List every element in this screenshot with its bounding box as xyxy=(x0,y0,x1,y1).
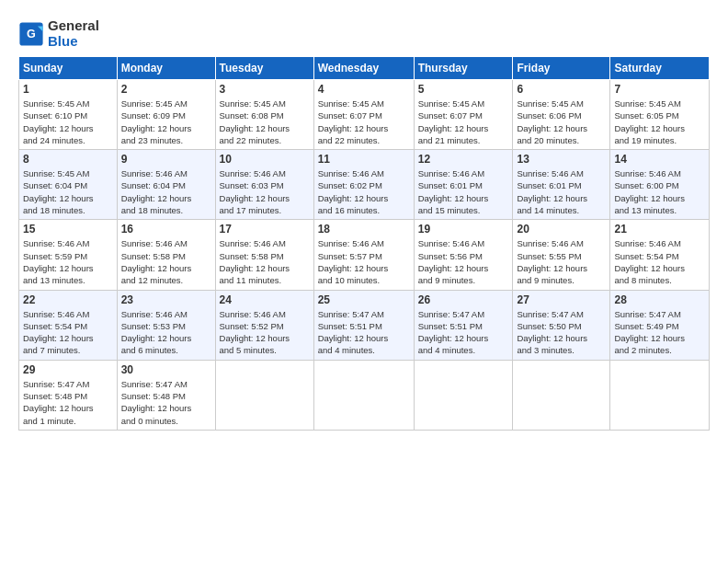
day-header-monday: Monday xyxy=(117,57,215,80)
day-content: Sunrise: 5:46 AM Sunset: 5:53 PM Dayligh… xyxy=(121,308,211,357)
day-number: 25 xyxy=(318,293,410,306)
day-header-thursday: Thursday xyxy=(414,57,513,80)
day-content: Sunrise: 5:46 AM Sunset: 5:55 PM Dayligh… xyxy=(517,237,606,286)
calendar-cell: 1Sunrise: 5:45 AM Sunset: 6:10 PM Daylig… xyxy=(19,80,118,150)
day-content: Sunrise: 5:45 AM Sunset: 6:05 PM Dayligh… xyxy=(614,98,705,146)
day-content: Sunrise: 5:45 AM Sunset: 6:06 PM Dayligh… xyxy=(517,98,606,146)
day-content: Sunrise: 5:46 AM Sunset: 5:54 PM Dayligh… xyxy=(23,308,113,357)
day-content: Sunrise: 5:46 AM Sunset: 5:58 PM Dayligh… xyxy=(121,237,211,286)
calendar-cell: 8Sunrise: 5:45 AM Sunset: 6:04 PM Daylig… xyxy=(19,150,118,220)
day-content: Sunrise: 5:46 AM Sunset: 5:58 PM Dayligh… xyxy=(220,237,310,286)
calendar-cell: 22Sunrise: 5:46 AM Sunset: 5:54 PM Dayli… xyxy=(19,290,118,360)
day-header-saturday: Saturday xyxy=(610,57,710,80)
calendar-cell: 27Sunrise: 5:47 AM Sunset: 5:50 PM Dayli… xyxy=(513,290,610,360)
calendar-cell: 19Sunrise: 5:46 AM Sunset: 5:56 PM Dayli… xyxy=(414,220,513,290)
day-number: 15 xyxy=(23,223,113,236)
header: G General Blue xyxy=(18,15,710,49)
day-number: 23 xyxy=(121,293,211,306)
day-content: Sunrise: 5:46 AM Sunset: 6:02 PM Dayligh… xyxy=(318,167,410,216)
day-content: Sunrise: 5:47 AM Sunset: 5:48 PM Dayligh… xyxy=(23,378,113,427)
calendar-cell: 26Sunrise: 5:47 AM Sunset: 5:51 PM Dayli… xyxy=(414,290,513,360)
day-content: Sunrise: 5:47 AM Sunset: 5:49 PM Dayligh… xyxy=(614,308,705,357)
day-content: Sunrise: 5:46 AM Sunset: 5:57 PM Dayligh… xyxy=(318,237,410,286)
calendar-cell: 17Sunrise: 5:46 AM Sunset: 5:58 PM Dayli… xyxy=(215,220,313,290)
day-number: 9 xyxy=(121,153,211,166)
calendar-cell xyxy=(313,360,414,430)
calendar-cell: 15Sunrise: 5:46 AM Sunset: 5:59 PM Dayli… xyxy=(19,220,118,290)
day-content: Sunrise: 5:47 AM Sunset: 5:51 PM Dayligh… xyxy=(318,308,410,357)
day-content: Sunrise: 5:47 AM Sunset: 5:50 PM Dayligh… xyxy=(517,308,606,357)
day-number: 24 xyxy=(220,293,310,306)
day-number: 28 xyxy=(614,293,705,306)
day-content: Sunrise: 5:46 AM Sunset: 6:00 PM Dayligh… xyxy=(614,167,705,216)
calendar-cell: 10Sunrise: 5:46 AM Sunset: 6:03 PM Dayli… xyxy=(215,150,313,220)
calendar-cell: 21Sunrise: 5:46 AM Sunset: 5:54 PM Dayli… xyxy=(610,220,710,290)
calendar-cell: 6Sunrise: 5:45 AM Sunset: 6:06 PM Daylig… xyxy=(513,80,610,150)
day-number: 6 xyxy=(517,83,606,96)
day-number: 2 xyxy=(121,83,211,96)
calendar-cell xyxy=(513,360,610,430)
day-number: 1 xyxy=(23,83,113,96)
day-content: Sunrise: 5:47 AM Sunset: 5:48 PM Dayligh… xyxy=(121,378,211,427)
calendar-cell xyxy=(610,360,710,430)
calendar-cell: 20Sunrise: 5:46 AM Sunset: 5:55 PM Dayli… xyxy=(513,220,610,290)
calendar-cell: 13Sunrise: 5:46 AM Sunset: 6:01 PM Dayli… xyxy=(513,150,610,220)
day-header-tuesday: Tuesday xyxy=(215,57,313,80)
calendar-cell: 4Sunrise: 5:45 AM Sunset: 6:07 PM Daylig… xyxy=(313,80,414,150)
day-content: Sunrise: 5:46 AM Sunset: 5:59 PM Dayligh… xyxy=(23,237,113,286)
day-number: 20 xyxy=(517,223,606,236)
calendar-cell: 3Sunrise: 5:45 AM Sunset: 6:08 PM Daylig… xyxy=(215,80,313,150)
day-number: 16 xyxy=(121,223,211,236)
day-content: Sunrise: 5:46 AM Sunset: 6:04 PM Dayligh… xyxy=(121,167,211,216)
logo-line2: Blue xyxy=(48,34,99,50)
day-content: Sunrise: 5:45 AM Sunset: 6:07 PM Dayligh… xyxy=(418,98,509,146)
calendar-cell: 7Sunrise: 5:45 AM Sunset: 6:05 PM Daylig… xyxy=(610,80,710,150)
logo-icon: G xyxy=(18,21,44,47)
day-number: 27 xyxy=(517,293,606,306)
day-number: 11 xyxy=(318,153,410,166)
calendar-cell: 30Sunrise: 5:47 AM Sunset: 5:48 PM Dayli… xyxy=(117,360,215,430)
day-number: 12 xyxy=(418,153,509,166)
day-content: Sunrise: 5:45 AM Sunset: 6:04 PM Dayligh… xyxy=(23,167,113,216)
day-content: Sunrise: 5:46 AM Sunset: 5:54 PM Dayligh… xyxy=(614,237,705,286)
day-number: 3 xyxy=(220,83,310,96)
day-number: 5 xyxy=(418,83,509,96)
calendar-cell: 16Sunrise: 5:46 AM Sunset: 5:58 PM Dayli… xyxy=(117,220,215,290)
day-content: Sunrise: 5:46 AM Sunset: 5:56 PM Dayligh… xyxy=(418,237,509,286)
day-content: Sunrise: 5:46 AM Sunset: 5:52 PM Dayligh… xyxy=(220,308,310,357)
day-number: 13 xyxy=(517,153,606,166)
day-number: 19 xyxy=(418,223,509,236)
day-content: Sunrise: 5:45 AM Sunset: 6:10 PM Dayligh… xyxy=(23,98,113,146)
day-header-wednesday: Wednesday xyxy=(313,57,414,80)
day-number: 14 xyxy=(614,153,705,166)
calendar-cell: 24Sunrise: 5:46 AM Sunset: 5:52 PM Dayli… xyxy=(215,290,313,360)
day-content: Sunrise: 5:45 AM Sunset: 6:08 PM Dayligh… xyxy=(220,98,310,146)
day-number: 30 xyxy=(121,363,211,376)
day-number: 4 xyxy=(318,83,410,96)
day-number: 26 xyxy=(418,293,509,306)
calendar-cell: 12Sunrise: 5:46 AM Sunset: 6:01 PM Dayli… xyxy=(414,150,513,220)
day-header-sunday: Sunday xyxy=(19,57,118,80)
calendar-cell: 29Sunrise: 5:47 AM Sunset: 5:48 PM Dayli… xyxy=(19,360,118,430)
calendar-cell xyxy=(215,360,313,430)
day-number: 8 xyxy=(23,153,113,166)
calendar-cell xyxy=(414,360,513,430)
svg-text:G: G xyxy=(27,28,36,40)
calendar-cell: 2Sunrise: 5:45 AM Sunset: 6:09 PM Daylig… xyxy=(117,80,215,150)
day-number: 7 xyxy=(614,83,705,96)
calendar: SundayMondayTuesdayWednesdayThursdayFrid… xyxy=(18,56,710,431)
calendar-cell: 11Sunrise: 5:46 AM Sunset: 6:02 PM Dayli… xyxy=(313,150,414,220)
logo: G General Blue xyxy=(18,18,99,49)
calendar-header-row: SundayMondayTuesdayWednesdayThursdayFrid… xyxy=(19,57,710,80)
day-number: 17 xyxy=(220,223,310,236)
calendar-cell: 5Sunrise: 5:45 AM Sunset: 6:07 PM Daylig… xyxy=(414,80,513,150)
calendar-cell: 23Sunrise: 5:46 AM Sunset: 5:53 PM Dayli… xyxy=(117,290,215,360)
day-content: Sunrise: 5:45 AM Sunset: 6:09 PM Dayligh… xyxy=(121,98,211,146)
day-number: 29 xyxy=(23,363,113,376)
day-number: 10 xyxy=(220,153,310,166)
day-number: 18 xyxy=(318,223,410,236)
calendar-cell: 9Sunrise: 5:46 AM Sunset: 6:04 PM Daylig… xyxy=(117,150,215,220)
day-content: Sunrise: 5:46 AM Sunset: 6:03 PM Dayligh… xyxy=(220,167,310,216)
day-number: 22 xyxy=(23,293,113,306)
day-header-friday: Friday xyxy=(513,57,610,80)
